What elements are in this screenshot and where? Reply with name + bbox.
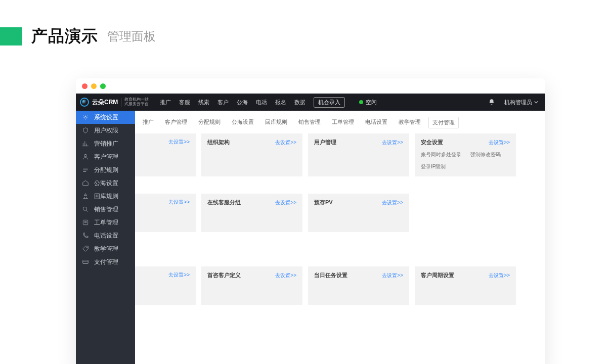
tab-工单管理[interactable]: 工单管理 — [328, 117, 358, 128]
sidebar-item-销售管理[interactable]: 销售管理 — [76, 203, 135, 216]
tab-销售管理[interactable]: 销售管理 — [295, 117, 324, 128]
sidebar: 系统设置用户权限营销推广客户管理分配规则公海设置回库规则销售管理工单管理电话设置… — [76, 111, 135, 364]
card-title: 客户周期设置 — [421, 271, 454, 279]
settings-card: 安全设置去设置>>账号同时多处登录强制修改密码登录IP限制 — [415, 133, 516, 176]
svg-rect-5 — [83, 260, 89, 264]
sidebar-item-公海设置[interactable]: 公海设置 — [76, 176, 135, 190]
card-title: 预存PV — [314, 199, 333, 206]
pay-icon — [82, 258, 89, 265]
card-title: 在线客服分组 — [207, 199, 241, 206]
settings-card: 去设置>> — [135, 194, 196, 232]
tab-回库规则[interactable]: 回库规则 — [261, 117, 291, 128]
sidebar-item-工单管理[interactable]: 工单管理 — [76, 216, 135, 229]
rule-icon — [82, 166, 89, 173]
person-icon — [82, 153, 89, 160]
sidebar-item-label: 营销推广 — [94, 140, 118, 148]
go-settings-link[interactable]: 去设置>> — [275, 272, 296, 279]
tab-教学管理[interactable]: 教学管理 — [395, 117, 424, 128]
shield-icon — [82, 127, 89, 134]
nav-item[interactable]: 公海 — [237, 99, 248, 106]
go-settings-link[interactable]: 去设置>> — [382, 199, 403, 206]
logo-subtitle: 教育机构一站 式服务云平台 — [121, 98, 149, 107]
cards-row: 去设置>>首咨客户定义去设置>>当日任务设置去设置>>客户周期设置去设置>> — [135, 266, 545, 305]
go-settings-link[interactable]: 去设置>> — [168, 139, 190, 146]
content: 推广客户管理分配规则公海设置回库规则销售管理工单管理电话设置教学管理支付管理 去… — [135, 111, 545, 364]
sidebar-item-label: 回库规则 — [94, 192, 118, 201]
tab-推广[interactable]: 推广 — [139, 117, 157, 128]
card-body-item: 登录IP限制 — [421, 163, 446, 170]
go-settings-link[interactable]: 去设置>> — [382, 272, 403, 279]
card-title: 用户管理 — [314, 139, 336, 146]
go-settings-link[interactable]: 去设置>> — [382, 139, 403, 146]
go-settings-link[interactable]: 去设置>> — [168, 271, 190, 279]
nav-item[interactable]: 电话 — [256, 99, 267, 106]
sidebar-item-分配规则[interactable]: 分配规则 — [76, 163, 135, 176]
svg-point-0 — [84, 116, 86, 118]
settings-card: 用户管理去设置>> — [308, 133, 409, 176]
settings-card: 当日任务设置去设置>> — [308, 266, 409, 305]
tab-客户管理[interactable]: 客户管理 — [161, 117, 191, 128]
chart-icon — [82, 140, 89, 147]
tab-公海设置[interactable]: 公海设置 — [228, 117, 257, 128]
sales-icon — [82, 206, 89, 213]
close-dot[interactable] — [82, 83, 88, 89]
tag-icon — [82, 245, 89, 252]
tab-电话设置[interactable]: 电话设置 — [362, 117, 391, 128]
sidebar-item-教学管理[interactable]: 教学管理 — [76, 242, 135, 255]
sidebar-item-label: 系统设置 — [94, 113, 118, 122]
card-title: 组织架构 — [207, 139, 230, 146]
bell-icon[interactable] — [488, 99, 495, 106]
settings-card: 在线客服分组去设置>> — [201, 194, 302, 232]
sidebar-item-label: 用户权限 — [94, 126, 118, 135]
cards-row: 去设置>>组织架构去设置>>用户管理去设置>>安全设置去设置>>账号同时多处登录… — [135, 133, 545, 176]
go-settings-link[interactable]: 去设置>> — [489, 139, 510, 146]
chevron-down-icon — [534, 100, 538, 104]
user-label: 机构管理员 — [504, 99, 532, 106]
nav-item[interactable]: 报名 — [275, 99, 286, 106]
sidebar-item-label: 公海设置 — [94, 179, 118, 188]
minimize-dot[interactable] — [91, 83, 97, 89]
status-indicator: 空闲 — [359, 99, 377, 106]
tab-支付管理[interactable]: 支付管理 — [428, 117, 459, 128]
tab-分配规则[interactable]: 分配规则 — [195, 117, 224, 128]
phone-icon — [82, 232, 89, 239]
go-settings-link[interactable]: 去设置>> — [168, 199, 190, 206]
nav-item[interactable]: 数据 — [294, 99, 305, 106]
nav-item[interactable]: 客服 — [179, 99, 190, 106]
go-settings-link[interactable]: 去设置>> — [275, 199, 296, 206]
sidebar-item-营销推广[interactable]: 营销推广 — [76, 137, 135, 150]
pool-icon — [82, 179, 89, 187]
topbar: 云朵CRM 教育机构一站 式服务云平台 推广 客服 线索 客户 公海 电话 报名… — [76, 94, 545, 111]
sidebar-item-支付管理[interactable]: 支付管理 — [76, 255, 135, 268]
settings-icon — [82, 114, 89, 121]
sidebar-item-系统设置[interactable]: 系统设置 — [76, 111, 135, 124]
user-menu[interactable]: 机构管理员 — [504, 99, 538, 106]
sidebar-item-label: 教学管理 — [94, 245, 118, 253]
tabs-row: 推广客户管理分配规则公海设置回库规则销售管理工单管理电话设置教学管理支付管理 — [135, 111, 545, 133]
logo-area: 云朵CRM 教育机构一站 式服务云平台 — [76, 94, 153, 111]
sidebar-item-客户管理[interactable]: 客户管理 — [76, 150, 135, 163]
svg-point-4 — [86, 247, 88, 248]
accent-block — [0, 27, 22, 46]
topnav: 推广 客服 线索 客户 公海 电话 报名 数据 — [160, 99, 305, 106]
nav-item[interactable]: 客户 — [217, 99, 229, 106]
nav-item[interactable]: 线索 — [198, 99, 209, 106]
sidebar-item-回库规则[interactable]: 回库规则 — [76, 190, 135, 203]
go-settings-link[interactable]: 去设置>> — [489, 272, 510, 279]
svg-rect-3 — [83, 220, 88, 224]
maximize-dot[interactable] — [100, 83, 106, 89]
card-body-item: 强制修改密码 — [470, 151, 501, 158]
nav-item[interactable]: 推广 — [160, 99, 171, 106]
recycle-icon — [82, 193, 89, 200]
main-area: 系统设置用户权限营销推广客户管理分配规则公海设置回库规则销售管理工单管理电话设置… — [76, 111, 545, 364]
sidebar-item-电话设置[interactable]: 电话设置 — [76, 229, 135, 242]
sidebar-item-用户权限[interactable]: 用户权限 — [76, 124, 135, 137]
card-title: 安全设置 — [421, 139, 443, 146]
go-settings-link[interactable]: 去设置>> — [275, 139, 296, 146]
status-text: 空闲 — [366, 99, 377, 106]
settings-card: 组织架构去设置>> — [201, 133, 302, 176]
settings-card: 去设置>> — [135, 133, 196, 176]
sidebar-item-label: 支付管理 — [94, 258, 118, 266]
record-entry-button[interactable]: 机会录入 — [314, 97, 345, 108]
sidebar-item-label: 客户管理 — [94, 153, 118, 161]
